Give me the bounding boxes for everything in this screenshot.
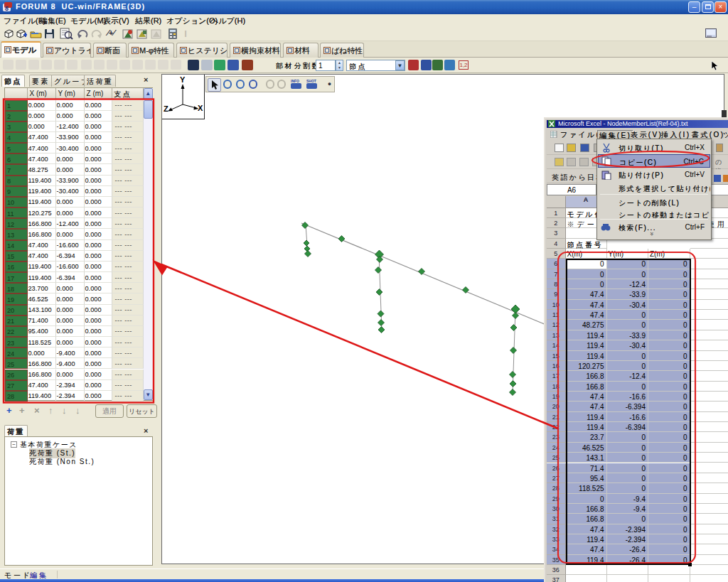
svg-text:8: 8 [5, 5, 9, 12]
